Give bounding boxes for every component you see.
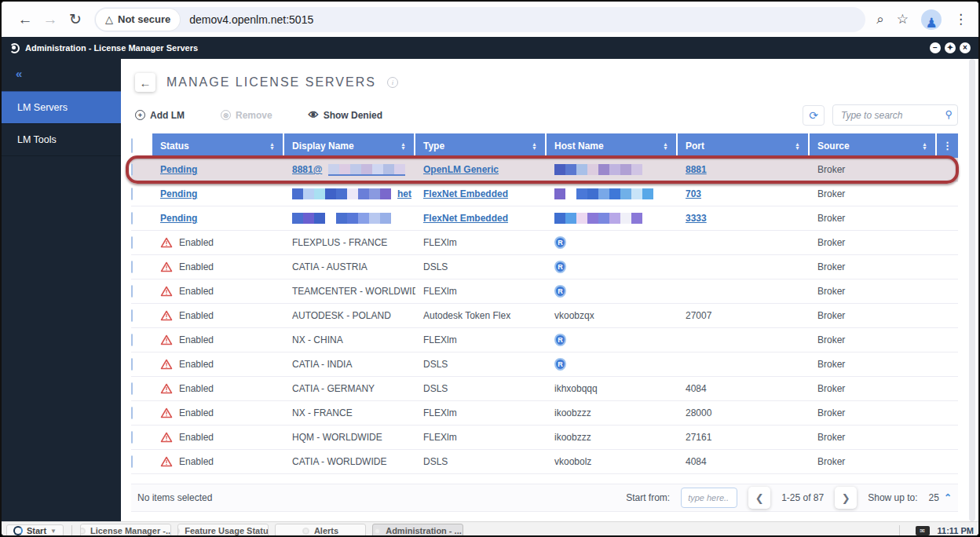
- column-header-source[interactable]: Source▲▼: [810, 133, 935, 158]
- status-value[interactable]: Pending: [160, 164, 197, 175]
- type-value: FLEXlm: [423, 432, 457, 443]
- row-checkbox[interactable]: [131, 236, 133, 249]
- port-value[interactable]: 8881: [686, 164, 707, 175]
- warning-icon: [160, 310, 173, 321]
- status-value: Enabled: [179, 407, 214, 418]
- display-name-link[interactable]: het: [397, 188, 411, 199]
- chevron-down-icon: ▼: [50, 528, 57, 535]
- type-cell: FLEXlm: [415, 334, 547, 345]
- row-checkbox[interactable]: [131, 358, 133, 371]
- prev-page-button[interactable]: ❮: [748, 487, 770, 509]
- display-name-cell: CATIA - AUSTRIA: [284, 261, 415, 272]
- browser-back-icon[interactable]: ←: [13, 7, 38, 32]
- profile-avatar[interactable]: ♟: [921, 9, 942, 30]
- warning-icon: [160, 383, 173, 394]
- add-lm-button[interactable]: + Add LM: [135, 110, 185, 121]
- show-denied-button[interactable]: 👁 Show Denied: [309, 109, 382, 121]
- table-row: Pending8881@OpenLM Generic8881Broker: [131, 158, 958, 182]
- source-cell: Broker: [810, 286, 937, 297]
- row-checkbox[interactable]: [131, 407, 133, 419]
- type-cell: DSLS: [415, 261, 547, 272]
- source-value: Broker: [817, 310, 845, 321]
- remove-button[interactable]: ⊗ Remove: [221, 110, 272, 121]
- lm-servers-table: Status▲▼ Display Name▲▼ Type▲▼ Host Name…: [121, 133, 978, 474]
- column-menu-button[interactable]: ⋮: [937, 133, 958, 158]
- taskbar-task-alerts[interactable]: Alerts: [275, 524, 366, 537]
- status-value: Enabled: [179, 432, 214, 443]
- row-checkbox[interactable]: [131, 309, 133, 322]
- port-cell: 27007: [678, 310, 810, 321]
- start-button[interactable]: Start ▼: [6, 524, 64, 537]
- row-select-cell: [131, 213, 152, 224]
- maximize-icon[interactable]: ✦: [945, 42, 956, 53]
- type-value: DSLS: [423, 359, 448, 370]
- column-header-port[interactable]: Port▲▼: [678, 133, 808, 158]
- task-icon: [80, 528, 86, 535]
- column-header-type[interactable]: Type▲▼: [415, 133, 545, 158]
- row-checkbox[interactable]: [131, 334, 133, 346]
- column-header-status[interactable]: Status▲▼: [152, 133, 283, 158]
- type-value[interactable]: OpenLM Generic: [423, 164, 499, 175]
- browser-refresh-icon[interactable]: ↻: [63, 7, 88, 32]
- type-value[interactable]: FlexNet Embedded: [423, 188, 508, 199]
- back-button[interactable]: ←: [135, 73, 155, 92]
- main-panel: ← MANAGE LICENSE SERVERS i + Add LM ⊗ Re…: [121, 59, 978, 521]
- status-cell: Pending: [152, 213, 284, 224]
- source-value: Broker: [817, 334, 845, 345]
- sidebar-item-lm-servers[interactable]: LM Servers: [2, 91, 121, 124]
- display-name-cell: NX - CHINA: [284, 334, 415, 345]
- status-value[interactable]: Pending: [160, 213, 197, 224]
- bookmark-star-icon[interactable]: ☆: [897, 11, 909, 27]
- sidebar-collapse-icon[interactable]: «: [2, 59, 121, 91]
- row-checkbox[interactable]: [131, 285, 133, 298]
- remote-badge-icon: R: [554, 334, 566, 346]
- next-page-button[interactable]: ❯: [835, 487, 857, 509]
- type-cell: DSLS: [415, 456, 547, 467]
- row-checkbox[interactable]: [131, 163, 133, 176]
- selection-status: No items selected: [137, 492, 212, 503]
- chevron-up-icon: ⌃: [944, 492, 952, 503]
- column-header-host-name[interactable]: Host Name▲▼: [547, 133, 676, 158]
- type-value[interactable]: FlexNet Embedded: [423, 213, 508, 224]
- task-icon: [302, 528, 309, 535]
- source-cell: Broker: [810, 261, 937, 272]
- row-select-cell: [131, 237, 152, 248]
- row-checkbox[interactable]: [131, 455, 133, 468]
- select-all-checkbox[interactable]: [131, 138, 133, 153]
- display-name-link[interactable]: 8881@: [292, 164, 322, 175]
- mail-icon[interactable]: ✉: [916, 526, 930, 535]
- port-value[interactable]: 3333: [686, 213, 707, 224]
- minimize-icon[interactable]: −: [930, 42, 941, 53]
- address-bar[interactable]: △ Not secure demov4.openlm.net:5015: [94, 7, 865, 32]
- row-checkbox[interactable]: [131, 431, 133, 444]
- browser-menu-icon[interactable]: ⋮: [954, 11, 967, 27]
- row-checkbox[interactable]: [131, 188, 133, 200]
- info-icon[interactable]: i: [387, 77, 398, 88]
- sidebar-item-lm-tools[interactable]: LM Tools: [2, 124, 121, 156]
- taskbar-task-license-manager[interactable]: License Manager -...: [80, 524, 171, 537]
- page-size-select[interactable]: 25 ⌃: [929, 492, 952, 503]
- browser-forward-icon[interactable]: →: [38, 7, 63, 32]
- start-from-input[interactable]: [681, 488, 737, 508]
- table-refresh-button[interactable]: ⟳: [803, 105, 825, 126]
- display-name-value: CATIA - GERMANY: [292, 383, 375, 394]
- type-cell: FLEXlm: [415, 237, 547, 248]
- status-value: Enabled: [179, 359, 214, 370]
- row-checkbox[interactable]: [131, 212, 133, 225]
- url-text[interactable]: demov4.openlm.net:5015: [189, 13, 313, 26]
- port-value[interactable]: 703: [686, 188, 701, 199]
- row-checkbox[interactable]: [131, 261, 133, 273]
- status-value: Enabled: [179, 456, 214, 467]
- status-value: Enabled: [179, 286, 214, 297]
- zoom-out-icon[interactable]: ⌕: [876, 12, 884, 27]
- search-input[interactable]: [832, 104, 958, 126]
- taskbar-task-administration[interactable]: Administration - ...: [372, 524, 463, 537]
- column-header-display-name[interactable]: Display Name▲▼: [284, 133, 414, 158]
- taskbar-task-feature-usage-status[interactable]: Feature Usage Status: [177, 524, 269, 537]
- status-value[interactable]: Pending: [160, 188, 197, 199]
- scrollbar[interactable]: [969, 59, 975, 521]
- row-checkbox[interactable]: [131, 382, 133, 395]
- security-chip[interactable]: △ Not secure: [96, 9, 180, 31]
- taskbar-clock: 11:11 PM: [938, 526, 974, 535]
- close-icon[interactable]: ×: [960, 42, 971, 53]
